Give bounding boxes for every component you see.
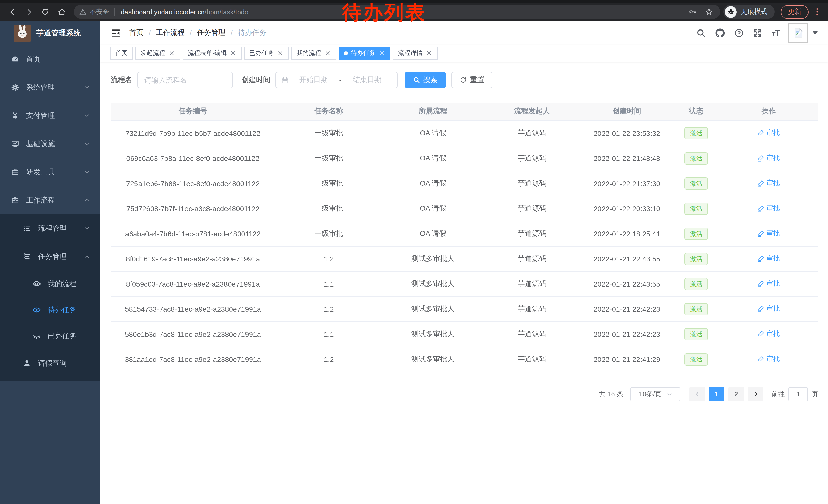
tab[interactable]: 流程详情 bbox=[393, 46, 438, 60]
table-row: 8f0d1619-7ac8-11ec-a9e2-a2380e71991a 1.2… bbox=[111, 246, 818, 271]
filter-bar: 流程名 创建时间 开始日期 - 结束日期 搜索 重 bbox=[111, 72, 818, 88]
navbar: 首页工作流程任务管理待办任务 bbox=[100, 21, 828, 45]
create-time-label: 创建时间 bbox=[242, 75, 271, 85]
prev-page-button[interactable] bbox=[690, 387, 705, 401]
close-icon[interactable] bbox=[324, 50, 331, 56]
approve-button[interactable]: 审批 bbox=[758, 304, 780, 314]
browser-home-button[interactable] bbox=[55, 5, 68, 18]
avatar-caret-icon[interactable] bbox=[813, 31, 818, 35]
github-icon[interactable] bbox=[715, 28, 726, 38]
browser-reload-button[interactable] bbox=[38, 5, 52, 18]
status-cell: 激活 bbox=[673, 321, 719, 347]
sidebar-item[interactable]: 请假查询 bbox=[0, 349, 100, 377]
browser-update-button[interactable]: 更新 bbox=[781, 5, 809, 19]
close-icon[interactable] bbox=[379, 50, 385, 56]
browser-menu-icon[interactable] bbox=[813, 7, 822, 16]
date-range-picker[interactable]: 开始日期 - 结束日期 bbox=[276, 72, 398, 88]
approve-button[interactable]: 审批 bbox=[758, 329, 780, 339]
password-key-icon[interactable] bbox=[689, 8, 697, 16]
task-name-cell: 一级审批 bbox=[275, 196, 383, 221]
task-name-cell: 一级审批 bbox=[275, 171, 383, 196]
approve-button[interactable]: 审批 bbox=[758, 179, 780, 188]
starter-cell: 芋道源码 bbox=[483, 121, 581, 146]
calendar-icon bbox=[281, 76, 289, 84]
status-cell: 激活 bbox=[673, 146, 719, 171]
tab[interactable]: 发起流程 bbox=[135, 46, 180, 60]
reset-button[interactable]: 重置 bbox=[451, 72, 493, 88]
avatar[interactable] bbox=[788, 23, 808, 43]
font-size-icon[interactable] bbox=[771, 28, 781, 38]
broken-image-icon bbox=[793, 28, 803, 38]
status-cell: 激活 bbox=[673, 347, 719, 372]
process-name-input[interactable] bbox=[137, 72, 233, 88]
page-number-button[interactable]: 1 bbox=[709, 387, 724, 401]
eye-closed-icon bbox=[32, 332, 41, 340]
starter-cell: 芋道源码 bbox=[483, 347, 581, 372]
sidebar-item[interactable]: 任务管理 bbox=[0, 242, 100, 271]
approve-button[interactable]: 审批 bbox=[758, 129, 780, 138]
sidebar-item[interactable]: 系统管理 bbox=[0, 73, 100, 101]
task-name-cell: 一级审批 bbox=[275, 221, 383, 246]
close-icon[interactable] bbox=[168, 50, 175, 56]
task-id-cell: 725a1eb6-7b88-11ec-8ef0-acde48001122 bbox=[111, 171, 275, 196]
approve-button[interactable]: 审批 bbox=[758, 153, 780, 163]
tab[interactable]: 已办任务 bbox=[244, 46, 289, 60]
goto-page-input[interactable] bbox=[788, 387, 808, 401]
sidebar-item[interactable]: 工作流程 bbox=[0, 186, 100, 214]
sidebar-item[interactable]: 已办任务 bbox=[0, 323, 100, 349]
table-header-cell: 操作 bbox=[719, 102, 818, 121]
sidebar-item[interactable]: 支付管理 bbox=[0, 101, 100, 130]
page-number-button[interactable]: 2 bbox=[729, 387, 744, 401]
status-badge: 激活 bbox=[685, 278, 708, 290]
tab[interactable]: 首页 bbox=[110, 46, 133, 60]
close-icon[interactable] bbox=[230, 50, 237, 56]
status-badge: 激活 bbox=[685, 177, 708, 189]
task-id-cell: 8f0d1619-7ac8-11ec-a9e2-a2380e71991a bbox=[111, 246, 275, 271]
table-header-row: 任务编号任务名称所属流程流程发起人创建时间状态操作 bbox=[111, 102, 818, 121]
sidebar-item[interactable]: 流程管理 bbox=[0, 214, 100, 242]
tab[interactable]: 我的流程 bbox=[291, 46, 336, 60]
app-logo-row[interactable]: 芋道管理系统 bbox=[0, 21, 100, 45]
breadcrumb-item[interactable]: 首页 bbox=[129, 28, 143, 37]
create-time-cell: 2022-01-22 21:48:48 bbox=[581, 146, 673, 171]
fullscreen-icon[interactable] bbox=[753, 28, 762, 38]
fold-sidebar-icon[interactable] bbox=[111, 28, 121, 38]
pen-icon bbox=[758, 230, 764, 237]
breadcrumb-item[interactable]: 工作流程 bbox=[143, 28, 185, 37]
next-page-button[interactable] bbox=[748, 387, 763, 401]
page-unit-label: 页 bbox=[812, 390, 818, 399]
approve-button[interactable]: 审批 bbox=[758, 204, 780, 213]
close-icon[interactable] bbox=[426, 50, 432, 56]
process-cell: 测试多审批人 bbox=[383, 321, 483, 347]
browser-back-button[interactable] bbox=[6, 5, 19, 18]
sidebar-item[interactable]: 待办任务 bbox=[0, 297, 100, 323]
starter-cell: 芋道源码 bbox=[483, 171, 581, 196]
bookmark-star-icon[interactable] bbox=[705, 8, 713, 16]
chevron-right-icon bbox=[753, 391, 758, 397]
pen-icon bbox=[758, 155, 764, 162]
process-cell: OA 请假 bbox=[383, 171, 483, 196]
task-id-cell: 8f059c03-7ac8-11ec-a9e2-a2380e71991a bbox=[111, 271, 275, 296]
approve-button[interactable]: 审批 bbox=[758, 355, 780, 364]
search-button[interactable]: 搜索 bbox=[405, 72, 446, 88]
search-icon[interactable] bbox=[696, 28, 706, 38]
sidebar-item[interactable]: 基础设施 bbox=[0, 130, 100, 158]
tab[interactable]: 待办任务 bbox=[339, 46, 390, 60]
browser-forward-button[interactable] bbox=[22, 5, 35, 18]
help-icon[interactable] bbox=[734, 28, 744, 38]
sidebar-item[interactable]: 研发工具 bbox=[0, 158, 100, 186]
approve-button[interactable]: 审批 bbox=[758, 254, 780, 263]
approve-button[interactable]: 审批 bbox=[758, 279, 780, 288]
tab[interactable]: 流程表单-编辑 bbox=[182, 46, 242, 60]
close-icon[interactable] bbox=[277, 50, 284, 56]
sidebar-item-label: 我的流程 bbox=[48, 279, 76, 288]
tab-label: 已办任务 bbox=[249, 49, 274, 57]
tab-label: 待办任务 bbox=[351, 49, 376, 57]
page-size-select[interactable]: 10条/页 bbox=[630, 387, 680, 401]
approve-button[interactable]: 审批 bbox=[758, 229, 780, 238]
sidebar-item[interactable]: 我的流程 bbox=[0, 271, 100, 297]
sidebar-item[interactable]: 首页 bbox=[0, 45, 100, 73]
table-header-cell: 创建时间 bbox=[581, 102, 673, 121]
not-secure-icon[interactable] bbox=[79, 8, 87, 16]
breadcrumb-item[interactable]: 任务管理 bbox=[185, 28, 226, 37]
